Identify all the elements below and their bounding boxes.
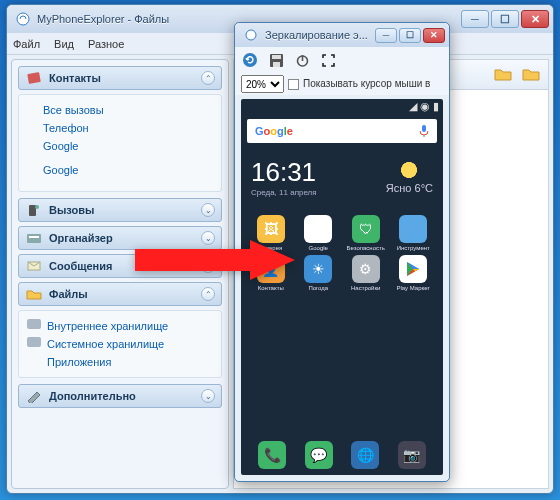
mirror-minimize-button[interactable]: ─: [375, 28, 397, 43]
sidebar: Контакты ⌃ Все вызовы Телефон Google Goo…: [11, 59, 229, 489]
minimize-button[interactable]: ─: [461, 10, 489, 28]
sun-icon: [399, 160, 419, 180]
mic-icon[interactable]: [419, 124, 429, 138]
cursor-label: Показывать курсор мыши в: [303, 79, 430, 89]
phone-dock: 📞 💬 🌐 📷: [241, 441, 443, 469]
mirror-toolbar: [235, 47, 449, 73]
files-item[interactable]: Системное хранилище: [27, 335, 215, 353]
files-icon: [25, 286, 43, 302]
dock-phone[interactable]: 📞: [258, 441, 286, 469]
svg-point-8: [243, 53, 257, 67]
app-contacts[interactable]: 👤Контакты: [249, 255, 293, 291]
app-icon: [15, 11, 31, 27]
extra-label: Дополнительно: [49, 390, 201, 402]
files-label: Файлы: [49, 288, 201, 300]
svg-rect-11: [273, 62, 280, 67]
close-button[interactable]: ✕: [521, 10, 549, 28]
messages-icon: [25, 258, 43, 274]
folder-alt-icon[interactable]: [522, 66, 540, 84]
sidebar-cat-files[interactable]: Файлы ⌃: [18, 282, 222, 306]
weather-widget[interactable]: Ясно 6°C: [386, 160, 433, 194]
chevron-up-icon[interactable]: ⌃: [201, 287, 215, 301]
calls-label: Вызовы: [49, 204, 201, 216]
sidebar-cat-calls[interactable]: Вызовы ⌄: [18, 198, 222, 222]
folder-icon[interactable]: [494, 66, 512, 84]
mirror-app-icon: [243, 27, 259, 43]
chevron-down-icon[interactable]: ⌄: [201, 231, 215, 245]
phone-screen[interactable]: ◢ ◉ ▮ Google 16:31 Среда, 11 апреля Ясно…: [241, 99, 443, 475]
svg-rect-4: [27, 234, 41, 243]
app-tools[interactable]: Инструмент: [392, 215, 436, 251]
sidebar-cat-messages[interactable]: Сообщения ⌄: [18, 254, 222, 278]
mirror-maximize-button[interactable]: ☐: [399, 28, 421, 43]
sidebar-cat-contacts[interactable]: Контакты ⌃: [18, 66, 222, 90]
svg-point-7: [246, 30, 256, 40]
google-search-bar[interactable]: Google: [247, 119, 437, 143]
app-weather[interactable]: ☀Погода: [297, 255, 341, 291]
extra-icon: [25, 388, 43, 404]
contacts-item[interactable]: [43, 179, 215, 185]
app-gallery[interactable]: 🖼Галерея: [249, 215, 293, 251]
svg-point-0: [17, 13, 29, 25]
menu-view[interactable]: Вид: [54, 38, 74, 50]
dock-camera[interactable]: 📷: [398, 441, 426, 469]
cursor-checkbox[interactable]: [288, 79, 299, 90]
svg-rect-2: [29, 205, 36, 216]
mirror-titlebar[interactable]: Зеркалирование э... ─ ☐ ✕: [235, 23, 449, 47]
sidebar-cat-organizer[interactable]: Органайзер ⌄: [18, 226, 222, 250]
fullscreen-icon[interactable]: [319, 51, 337, 69]
app-settings[interactable]: ⚙Настройки: [344, 255, 388, 291]
save-icon[interactable]: [267, 51, 285, 69]
organizer-label: Органайзер: [49, 232, 201, 244]
contacts-item[interactable]: Все вызовы: [43, 101, 215, 119]
files-item[interactable]: Приложения: [27, 353, 215, 371]
zoom-select[interactable]: 20%: [241, 75, 284, 93]
svg-rect-5: [29, 236, 39, 238]
mirror-title: Зеркалирование э...: [265, 29, 375, 41]
contacts-item[interactable]: Google: [43, 137, 215, 155]
maximize-button[interactable]: ☐: [491, 10, 519, 28]
app-google[interactable]: Google: [297, 215, 341, 251]
refresh-icon[interactable]: [241, 51, 259, 69]
calls-icon: [25, 202, 43, 218]
mirror-close-button[interactable]: ✕: [423, 28, 445, 43]
chevron-down-icon[interactable]: ⌄: [201, 259, 215, 273]
app-security[interactable]: 🛡Безопасность: [344, 215, 388, 251]
menu-misc[interactable]: Разное: [88, 38, 124, 50]
clock-date: Среда, 11 апреля: [251, 188, 317, 197]
svg-rect-10: [272, 55, 281, 59]
phone-statusbar: ◢ ◉ ▮: [241, 99, 443, 113]
files-item[interactable]: Внутреннее хранилище: [27, 317, 215, 335]
chevron-down-icon[interactable]: ⌄: [201, 203, 215, 217]
menu-file[interactable]: Файл: [13, 38, 40, 50]
contacts-item[interactable]: Google: [43, 161, 215, 179]
dock-sms[interactable]: 💬: [305, 441, 333, 469]
signal-icon: ◢: [409, 100, 417, 113]
svg-rect-1: [27, 72, 41, 84]
mirror-window[interactable]: Зеркалирование э... ─ ☐ ✕ 20% Показывать…: [234, 22, 450, 482]
svg-point-3: [35, 205, 39, 209]
clock-time: 16:31: [251, 157, 317, 188]
organizer-icon: [25, 230, 43, 246]
contacts-item[interactable]: Телефон: [43, 119, 215, 137]
app-grid: 🖼Галерея Google 🛡Безопасность Инструмент…: [241, 201, 443, 297]
files-items: Внутреннее хранилище Системное хранилище…: [18, 310, 222, 378]
power-icon[interactable]: [293, 51, 311, 69]
dock-browser[interactable]: 🌐: [351, 441, 379, 469]
zoom-row: 20% Показывать курсор мыши в: [235, 73, 449, 95]
app-play[interactable]: Play Маркет: [392, 255, 436, 291]
chevron-up-icon[interactable]: ⌃: [201, 71, 215, 85]
battery-icon: ▮: [433, 100, 439, 113]
contacts-icon: [25, 70, 43, 86]
window-buttons: ─ ☐ ✕: [461, 10, 549, 28]
wifi-icon: ◉: [420, 100, 430, 113]
google-logo: Google: [255, 125, 293, 137]
contacts-items: Все вызовы Телефон Google Google: [18, 94, 222, 192]
clock-widget[interactable]: 16:31 Среда, 11 апреля Ясно 6°C: [241, 149, 443, 201]
sidebar-cat-extra[interactable]: Дополнительно ⌄: [18, 384, 222, 408]
chevron-down-icon[interactable]: ⌄: [201, 389, 215, 403]
messages-label: Сообщения: [49, 260, 201, 272]
contacts-label: Контакты: [49, 72, 201, 84]
svg-rect-14: [422, 125, 426, 132]
